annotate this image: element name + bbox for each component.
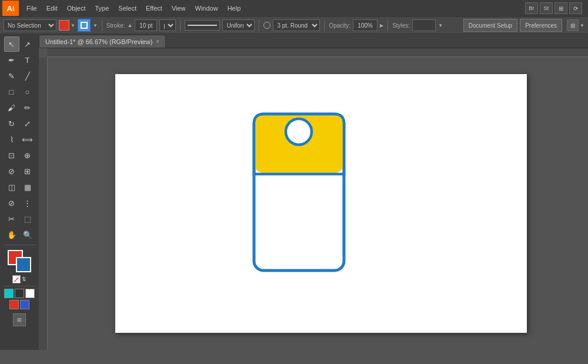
eyedropper-tool[interactable]: ⊘ [4, 195, 19, 211]
brush-preview [263, 22, 270, 29]
hand-tool[interactable]: ✋ [4, 227, 19, 242]
opacity-label: Opacity: [329, 22, 350, 29]
stroke-input[interactable] [135, 19, 157, 31]
line-tool[interactable]: ╱ [20, 68, 35, 84]
selection-tool[interactable]: ↖ [4, 36, 19, 52]
none-icon[interactable] [12, 275, 21, 283]
bridge-button[interactable]: Br [525, 2, 538, 14]
fill-color-swatch[interactable] [59, 20, 69, 31]
styles-preview[interactable] [412, 19, 436, 31]
document-setup-button[interactable]: Document Setup [463, 19, 518, 32]
type-tool[interactable]: T [20, 52, 35, 68]
pen-tool[interactable]: ✒ [4, 52, 19, 68]
menu-view[interactable]: View [168, 3, 190, 14]
stroke-value-wrapper: ▲ [128, 22, 133, 28]
swatch-dark[interactable] [15, 289, 24, 298]
tool-row-11: ⊘ ⋮ [4, 195, 35, 211]
shape-builder-tool[interactable]: ⊕ [20, 148, 35, 163]
artboard-tool[interactable]: ⬚ [20, 211, 35, 226]
menu-effect[interactable]: Effect [142, 3, 166, 14]
small-swatches-2 [9, 300, 29, 309]
swatch-blue[interactable] [20, 300, 29, 309]
tool-row-8: ⊡ ⊕ [4, 148, 35, 163]
menu-window[interactable]: Window [191, 3, 222, 14]
styles-chevron-icon: ▼ [438, 23, 443, 28]
stroke-up-arrow[interactable]: ▲ [128, 22, 133, 28]
styles-label: Styles: [392, 22, 410, 29]
warp-tool[interactable]: ⌇ [4, 132, 19, 147]
menu-edit[interactable]: Edit [42, 3, 62, 14]
pencil-tool[interactable]: ✎ [4, 68, 19, 84]
zoom-tool[interactable]: 🔍 [20, 227, 35, 242]
tool-row-7: ⌇ ⟺ [4, 132, 35, 147]
ruler-top [48, 48, 588, 57]
scissors-tool[interactable]: ✂ [4, 211, 19, 226]
gradient-tool[interactable]: ◫ [4, 179, 19, 195]
brush-tool[interactable]: 🖌 [4, 100, 19, 115]
graph-tool[interactable]: ▦ [20, 179, 35, 195]
stroke-color-rect[interactable] [16, 257, 31, 272]
swatch-red[interactable] [9, 300, 19, 309]
bottom-icons: ⊞ [13, 313, 26, 326]
rotate-tool[interactable]: ↻ [4, 116, 19, 131]
stock-button[interactable]: St [540, 2, 553, 14]
menu-object[interactable]: Object [63, 3, 90, 14]
opacity-input[interactable] [353, 19, 377, 31]
swatch-cyan[interactable] [4, 289, 14, 298]
tool-row-2: ✒ T [4, 52, 35, 68]
sync-button[interactable]: ⟳ [569, 2, 582, 14]
tools-divider [4, 245, 35, 245]
menu-help[interactable]: Help [223, 3, 245, 14]
arrange-layers-button[interactable]: ⊞ [13, 313, 26, 326]
top-toolbar: No Selection ▼ ▼ Stroke: ▲ pt Uniform 3 … [0, 16, 588, 34]
tab-bar: Untitled-1* @ 66.67% (RGB/Preview) × [39, 34, 588, 48]
small-swatches [4, 289, 35, 298]
tool-row-9: ⊘ ⊞ [4, 163, 35, 179]
artwork-container [250, 111, 348, 275]
scale-tool[interactable]: ⤢ [20, 116, 35, 131]
mesh-tool[interactable]: ⊞ [20, 163, 35, 179]
stroke-unit-select[interactable]: pt [159, 19, 176, 31]
tool-row-4: □ ○ [4, 84, 35, 99]
ruler-left [39, 57, 48, 350]
selection-dropdown-wrapper: No Selection [4, 19, 56, 31]
preferences-button[interactable]: Preferences [520, 19, 562, 32]
opacity-expand-icon[interactable]: ▶ [380, 23, 383, 28]
color-area: ⇅ [8, 250, 31, 283]
tool-row-5: 🖌 ✏ [4, 100, 35, 115]
stroke-style-select[interactable]: Uniform [222, 19, 255, 31]
ellipse-tool[interactable]: ○ [20, 84, 35, 99]
tool-row-10: ◫ ▦ [4, 179, 35, 195]
swatch-white[interactable] [25, 289, 35, 298]
app-logo: Ai [2, 1, 19, 16]
tools-panel: ↖ ↗ ✒ T ✎ ╱ □ ○ 🖌 ✏ ↻ ⤢ ⌇ ⟺ ⊡ ⊕ [0, 34, 39, 350]
width-tool[interactable]: ⟺ [20, 132, 35, 147]
menu-type[interactable]: Type [91, 3, 113, 14]
canvas-area[interactable]: Untitled-1* @ 66.67% (RGB/Preview) × [39, 34, 588, 350]
rect-tool[interactable]: □ [4, 84, 19, 99]
workspace-button[interactable]: ⊞ [554, 2, 567, 14]
tool-row-12: ✂ ⬚ [4, 211, 35, 226]
menu-select[interactable]: Select [114, 3, 141, 14]
view-mode-icon[interactable] [78, 19, 91, 32]
swap-colors-icon[interactable]: ⇅ [22, 276, 26, 282]
main-area: ↖ ↗ ✒ T ✎ ╱ □ ○ 🖌 ✏ ↻ ⤢ ⌇ ⟺ ⊡ ⊕ [0, 34, 588, 350]
brush-size-select[interactable]: 3 pt. Round [273, 19, 320, 31]
divider-5 [387, 19, 388, 31]
selection-dropdown[interactable]: No Selection [4, 19, 56, 31]
perspective-tool[interactable]: ⊘ [4, 163, 19, 179]
tool-row-13: ✋ 🔍 [4, 227, 35, 242]
tab-close-button[interactable]: × [156, 38, 159, 45]
blend-tool[interactable]: ⋮ [20, 195, 35, 211]
divider-3 [259, 19, 259, 31]
stroke-style-preview[interactable] [185, 20, 220, 31]
document-tab[interactable]: Untitled-1* @ 66.67% (RGB/Preview) × [39, 35, 166, 48]
stroke-label: Stroke: [106, 22, 125, 29]
menu-file[interactable]: File [22, 3, 41, 14]
card-top-group [254, 114, 344, 179]
blob-brush-tool[interactable]: ✏ [20, 100, 35, 115]
direct-selection-tool[interactable]: ↗ [20, 36, 35, 52]
free-transform-tool[interactable]: ⊡ [4, 148, 19, 163]
arrange-button[interactable]: ⊞ [567, 19, 579, 31]
tool-row-6: ↻ ⤢ [4, 116, 35, 131]
